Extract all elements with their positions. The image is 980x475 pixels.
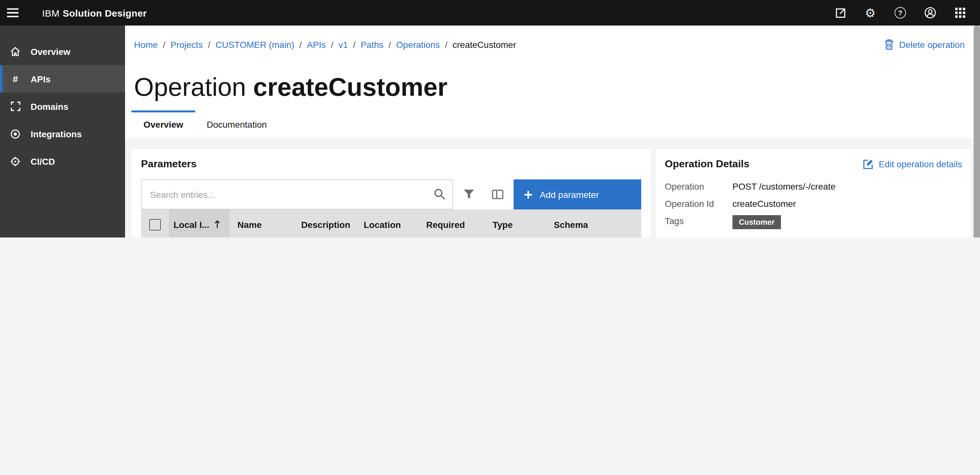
breadcrumb-link-home[interactable]: Home bbox=[134, 39, 158, 49]
top-header-bar: IBMSolution Designer ⚙ ? bbox=[0, 0, 980, 26]
app-brand: IBMSolution Designer bbox=[42, 7, 147, 18]
account-icon[interactable] bbox=[918, 1, 942, 25]
detail-row-operation: Operation POST /customers/-/create bbox=[665, 181, 962, 193]
home-icon bbox=[10, 46, 21, 56]
help-icon[interactable]: ? bbox=[888, 1, 912, 25]
add-parameter-button[interactable]: Add parameter bbox=[514, 179, 641, 209]
brand-prefix: IBM bbox=[42, 7, 60, 18]
search-input[interactable] bbox=[141, 179, 453, 209]
brand-name: Solution Designer bbox=[63, 7, 147, 18]
parameters-title: Parameters bbox=[141, 158, 641, 170]
breadcrumb-link-paths[interactable]: Paths bbox=[361, 39, 383, 49]
sidebar-item-label: Overview bbox=[30, 46, 70, 56]
breadcrumb-link-projects[interactable]: Projects bbox=[171, 39, 203, 49]
operation-details-card: Operation Details Edit operation details… bbox=[656, 150, 971, 238]
operation-details-title: Operation Details bbox=[665, 158, 749, 170]
delete-operation-button[interactable]: Delete operation bbox=[885, 39, 965, 50]
parameters-toolbar: Add parameter bbox=[141, 179, 641, 209]
parameters-card: Parameters bbox=[131, 150, 651, 238]
menu-icon[interactable] bbox=[0, 0, 25, 26]
parameters-search bbox=[141, 179, 453, 209]
vertical-scrollbar-thumb[interactable] bbox=[974, 26, 980, 238]
header-actions: ⚙ ? bbox=[828, 1, 980, 25]
parameters-table-header: Local I... Name Description Location Req… bbox=[141, 209, 641, 238]
tab-documentation[interactable]: Documentation bbox=[195, 110, 278, 136]
cicd-icon bbox=[10, 156, 21, 166]
page-title: Operation createCustomer bbox=[134, 74, 447, 100]
app-window: IBMSolution Designer ⚙ ? bbox=[0, 0, 980, 238]
detail-row-operation-id: Operation Id createCustomer bbox=[665, 198, 962, 210]
add-parameter-label: Add parameter bbox=[540, 189, 599, 199]
tab-overview[interactable]: Overview bbox=[131, 110, 195, 136]
sidebar-item-integrations[interactable]: Integrations bbox=[0, 120, 125, 147]
left-column: Parameters bbox=[131, 150, 651, 238]
column-header-schema[interactable]: Schema bbox=[546, 219, 641, 230]
page-title-prefix: Operation bbox=[134, 73, 246, 101]
sidebar-item-cicd[interactable]: CI/CD bbox=[0, 147, 125, 175]
plus-icon bbox=[524, 190, 533, 199]
sidebar-item-apis[interactable]: # APIs bbox=[0, 65, 125, 92]
page-title-name: createCustomer bbox=[253, 73, 447, 101]
sidebar-nav: Overview # APIs Domains Integrations CI/… bbox=[0, 26, 125, 238]
sidebar-item-label: CI/CD bbox=[30, 156, 55, 166]
sidebar-item-label: Integrations bbox=[30, 129, 82, 139]
delete-operation-label: Delete operation bbox=[899, 39, 965, 49]
column-header-location[interactable]: Location bbox=[356, 219, 418, 230]
select-all-checkbox[interactable] bbox=[149, 219, 161, 230]
main-area: Home / Projects / CUSTOMER (main) / APIs… bbox=[125, 26, 980, 238]
edit-operation-details-button[interactable]: Edit operation details bbox=[863, 159, 962, 169]
right-column: Operation Details Edit operation details… bbox=[656, 150, 971, 238]
breadcrumb-current: createCustomer bbox=[453, 39, 516, 49]
integrations-icon bbox=[10, 129, 21, 139]
sort-ascending-icon bbox=[215, 220, 220, 229]
sidebar-item-label: Domains bbox=[30, 101, 68, 112]
domains-icon bbox=[10, 101, 21, 112]
sidebar-item-overview[interactable]: Overview bbox=[0, 38, 125, 65]
breadcrumb-row: Home / Projects / CUSTOMER (main) / APIs… bbox=[134, 39, 965, 50]
column-header-type[interactable]: Type bbox=[485, 219, 546, 230]
edit-icon bbox=[863, 159, 873, 169]
tab-bar: Overview Documentation bbox=[131, 110, 278, 136]
detail-row-tags: Tags Customer bbox=[665, 215, 962, 229]
column-header-description[interactable]: Description bbox=[293, 219, 356, 230]
app-switcher-icon[interactable] bbox=[948, 1, 972, 25]
trash-icon bbox=[885, 39, 894, 50]
column-header-name[interactable]: Name bbox=[230, 219, 293, 230]
breadcrumb-link-operations[interactable]: Operations bbox=[396, 39, 440, 49]
sidebar-item-label: APIs bbox=[30, 74, 50, 84]
sidebar-item-domains[interactable]: Domains bbox=[0, 92, 125, 120]
column-header-local-id[interactable]: Local I... bbox=[169, 209, 230, 238]
breadcrumb: Home / Projects / CUSTOMER (main) / APIs… bbox=[134, 39, 516, 49]
vertical-scrollbar-track bbox=[974, 26, 980, 238]
search-icon[interactable] bbox=[434, 188, 445, 200]
content-area: Parameters bbox=[131, 150, 971, 238]
hash-icon: # bbox=[10, 74, 21, 84]
share-icon[interactable] bbox=[828, 1, 853, 25]
filter-icon[interactable] bbox=[456, 182, 482, 207]
column-header-required[interactable]: Required bbox=[418, 219, 485, 230]
settings-icon[interactable]: ⚙ bbox=[858, 1, 882, 25]
breadcrumb-link-version[interactable]: v1 bbox=[339, 39, 348, 49]
tag-badge: Customer bbox=[732, 215, 781, 229]
breadcrumb-link-apis[interactable]: APIs bbox=[307, 39, 326, 49]
column-settings-icon[interactable] bbox=[485, 182, 511, 207]
breadcrumb-link-project[interactable]: CUSTOMER (main) bbox=[215, 39, 294, 49]
edit-operation-details-label: Edit operation details bbox=[878, 159, 962, 169]
